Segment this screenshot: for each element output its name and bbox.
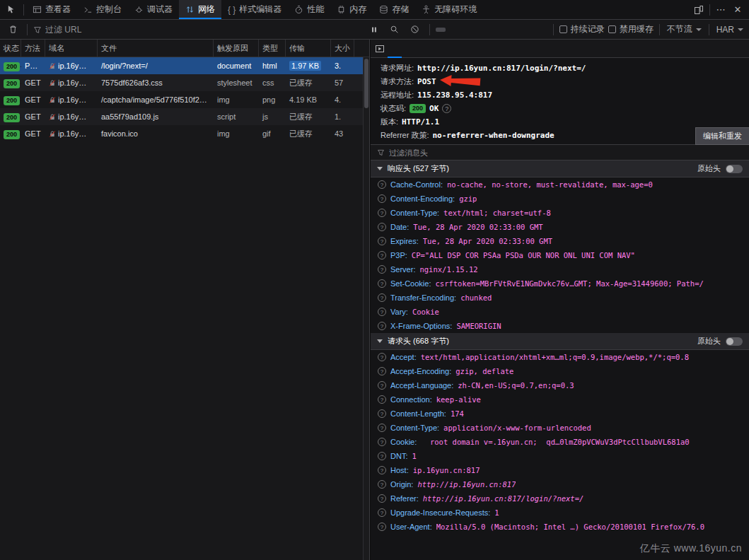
persist-logs-checkbox[interactable]: 持续记录 [559,23,605,35]
disable-cache-checkbox[interactable]: 禁用缓存 [608,23,654,35]
search-button[interactable] [386,20,403,40]
header-row[interactable]: ? Server nginx/1.15.12 [371,262,749,276]
request-row[interactable]: 200 GET ip.16y… /captcha/image/5d776f510… [0,91,369,108]
scrollbar-thumb[interactable] [364,59,368,108]
header-row[interactable]: ? Connection keep-alive [371,392,749,407]
pause-recording-button[interactable] [366,20,383,40]
element-picker-button[interactable] [0,0,21,19]
header-row[interactable]: ? Referer http://ip.16yun.cn:817/login/?… [371,491,749,506]
har-menu[interactable]: HAR [715,25,745,35]
question-icon[interactable]: ? [378,409,386,418]
header-row[interactable]: ? Date Tue, 28 Apr 2020 02:33:00 GMT [371,220,749,234]
filter-headers-input[interactable] [389,148,743,157]
header-row[interactable]: ? Expires Tue, 28 Apr 2020 02:33:00 GMT [371,234,749,248]
toggle-details-pane-icon[interactable] [375,44,385,54]
request-row[interactable]: 200 GET ip.16y… 7575df626af3.css stylesh… [0,74,369,91]
header-row[interactable]: ? Accept text/html,application/xhtml+xm…… [371,350,749,364]
question-icon[interactable]: ? [378,308,386,316]
header-row[interactable]: ? X-Frame-Options SAMEORIGIN [371,319,749,333]
filter-pill[interactable] [481,28,491,32]
col-transferred[interactable]: 传输 [286,40,331,57]
question-icon[interactable]: ? [378,322,386,330]
header-row[interactable]: ? Accept-Language zh-CN,en-US;q=0.7,en;q… [371,378,749,392]
clear-requests-button[interactable] [4,20,21,40]
header-row[interactable]: ? Host ip.16yun.cn:817 [371,463,749,477]
col-size[interactable]: 大小 [331,40,354,57]
header-row[interactable]: ? Content-Encoding gzip [371,192,749,206]
header-row[interactable]: ? Accept-Encoding gzip, deflate [371,364,749,378]
question-icon[interactable]: ? [378,367,386,375]
response-headers-section-header[interactable]: 响应头 (527 字节) 原始头 [371,161,749,177]
details-tab[interactable] [388,40,402,58]
question-icon[interactable]: ? [378,265,386,274]
tab-debugger[interactable]: 调试器 [128,0,179,19]
tab-memory[interactable]: 内存 [330,0,373,19]
filter-pill[interactable] [504,28,513,32]
question-icon[interactable]: ? [378,438,386,446]
question-icon[interactable]: ? [378,494,386,503]
header-row[interactable]: ? Upgrade-Insecure-Requests 1 [371,506,749,520]
header-row[interactable]: ? Origin http://ip.16yun.cn:817 [371,477,749,491]
edit-resend-button[interactable]: 编辑和重发 [695,127,749,145]
raw-headers-toggle[interactable] [726,165,743,173]
tab-console[interactable]: 控制台 [77,0,128,19]
details-tab[interactable] [444,40,458,58]
details-tab[interactable] [416,40,430,58]
filter-pill[interactable] [447,28,457,32]
details-tab[interactable] [430,40,444,58]
header-row[interactable]: ? Content-Type application/x-www-form-ur… [371,421,749,435]
raw-headers-toggle[interactable] [726,337,743,346]
question-icon[interactable]: ? [378,223,386,231]
question-icon[interactable]: ? [378,395,386,404]
header-row[interactable]: ? Content-Length 174 [371,407,749,421]
question-icon[interactable]: ? [378,381,386,390]
tab-inspector[interactable]: 查看器 [26,0,77,19]
question-icon[interactable]: ? [378,279,386,288]
request-row[interactable]: 200 GET ip.16y… favicon.ico img gif 已缓存 … [0,125,369,142]
header-row[interactable]: ? Cookie __root_domain_v=.16yun.cn; _qd…… [371,435,749,449]
col-method[interactable]: 方法 [21,40,45,57]
filter-pill[interactable] [470,28,480,32]
col-file[interactable]: 文件 [98,40,214,57]
question-icon[interactable]: ? [378,237,386,245]
more-menu-button[interactable]: ⋯ [712,0,729,20]
question-icon[interactable]: ? [378,353,386,361]
header-row[interactable]: ? Content-Type text/html; charset=utf-8 [371,206,749,220]
details-tab[interactable] [402,40,416,58]
question-icon[interactable]: ? [378,293,386,302]
col-domain[interactable]: 域名 [45,40,98,57]
header-row[interactable]: ? Vary Cookie [371,305,749,319]
throttling-select[interactable]: 不节流 [666,23,703,35]
col-cause[interactable]: 触发原因 [214,40,259,57]
header-row[interactable]: ? Cache-Control no-cache, no-store, must… [371,177,749,192]
question-icon[interactable]: ? [378,424,386,432]
filter-pill[interactable] [538,28,547,32]
responsive-mode-button[interactable] [690,0,707,20]
header-row[interactable]: ? DNT 1 [371,449,749,463]
question-icon[interactable]: ? [378,180,386,189]
col-type[interactable]: 类型 [259,40,286,57]
close-devtools-button[interactable]: ✕ [729,0,746,20]
question-icon[interactable]: ? [378,466,386,474]
question-icon[interactable]: ? [378,523,386,531]
tab-performance[interactable]: 性能 [288,0,330,19]
question-icon[interactable]: ? [378,452,386,460]
question-icon[interactable]: ? [378,194,386,203]
request-row[interactable]: 200 PO… ip.16y… /login/?next=/ document … [0,57,369,74]
request-row[interactable]: 200 GET ip.16y… aa55f79ad109.js script j… [0,108,369,125]
table-scrollbar[interactable] [363,57,369,560]
tab-accessibility[interactable]: 无障碍环境 [415,0,483,19]
filter-pill[interactable] [492,28,502,32]
header-row[interactable]: ? User-Agent Mozilla/5.0 (Macintosh; Int… [371,520,749,534]
question-icon[interactable]: ? [378,209,386,217]
tab-style-editor[interactable]: { } 样式编辑器 [221,0,288,19]
question-icon[interactable]: ? [378,251,386,259]
header-row[interactable]: ? P3P CP="ALL DSP COR PSAa PSDa OUR NOR … [371,248,749,262]
block-requests-button[interactable] [407,20,424,40]
filter-pill[interactable] [515,28,525,32]
header-row[interactable]: ? Transfer-Encoding chunked [371,291,749,305]
filter-pill[interactable] [526,28,536,32]
filter-pill[interactable] [458,28,468,32]
tab-storage[interactable]: 存储 [373,0,415,19]
question-icon[interactable]: ? [378,480,386,489]
